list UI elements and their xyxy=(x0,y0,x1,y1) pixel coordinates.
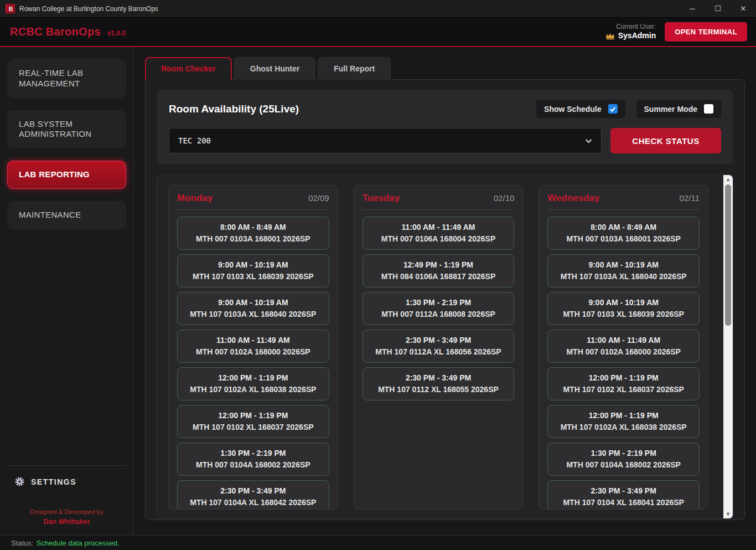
slot-course-label: MTH 007 0112A 168008 2026SP xyxy=(364,309,513,320)
slot-course-label: MTH 107 0103 XL 168039 2026SP xyxy=(179,271,328,282)
slot-time-label: 12:49 PM - 1:19 PM xyxy=(364,259,513,271)
scroll-up-icon[interactable]: ▲ xyxy=(726,175,731,184)
vertical-scrollbar[interactable]: ▲ ▼ xyxy=(723,175,733,518)
schedule-slot-card: 2:30 PM - 3:49 PMMTH 107 0104 XL 168041 … xyxy=(547,480,700,510)
slot-time-label: 11:00 AM - 11:49 AM xyxy=(549,335,698,346)
slot-course-label: MTH 007 0102A 168000 2026SP xyxy=(179,346,328,358)
status-label: Status: xyxy=(11,539,33,547)
slot-course-label: MTH 107 0103A XL 168040 2026SP xyxy=(549,271,698,282)
day-date-label: 02/09 xyxy=(308,193,329,203)
day-column: Monday02/098:00 AM - 8:49 AMMTH 007 0103… xyxy=(168,185,338,510)
schedule-slot-card: 1:30 PM - 2:19 PMMTH 007 0104A 168002 20… xyxy=(177,443,329,476)
slot-course-label: MTH 107 0104 XL 168041 2026SP xyxy=(549,497,698,508)
tab-room-checker[interactable]: Room Checker xyxy=(145,57,232,80)
credit-line1: Designed & Developed by xyxy=(11,507,123,517)
schedule-slot-card: 12:00 PM - 1:19 PMMTH 107 0102A XL 16803… xyxy=(547,405,700,438)
slot-time-label: 12:00 PM - 1:19 PM xyxy=(179,372,328,384)
slot-time-label: 9:00 AM - 10:19 AM xyxy=(549,297,698,309)
day-column: Wednesday02/118:00 AM - 8:49 AMMTH 007 0… xyxy=(538,185,708,510)
current-user: Current User: SysAdmin xyxy=(605,23,656,41)
schedule-slot-card: 11:00 AM - 11:49 AMMTH 007 0102A 168000 … xyxy=(177,330,329,363)
day-name-label: Tuesday xyxy=(363,193,400,204)
status-bar: Status: Schedule data processed. xyxy=(0,535,756,550)
minimize-icon[interactable]: ─ xyxy=(680,0,705,17)
schedule-slot-card: 2:30 PM - 3:49 PMMTH 107 0112 XL 168055 … xyxy=(363,367,515,400)
day-header: Monday02/09 xyxy=(177,193,329,210)
slot-time-label: 9:00 AM - 10:19 AM xyxy=(549,259,698,271)
day-name-label: Wednesday xyxy=(547,193,599,204)
crown-icon xyxy=(605,33,615,40)
slot-time-label: 1:30 PM - 2:19 PM xyxy=(364,297,513,309)
slot-time-label: 8:00 AM - 8:49 AM xyxy=(549,222,698,233)
room-select[interactable]: TEC 200 xyxy=(169,128,602,153)
sidebar-item-maintenance[interactable]: MAINTENANCE xyxy=(7,201,126,229)
close-icon[interactable]: ✕ xyxy=(731,0,756,17)
slot-course-label: MTH 084 0106A 168817 2026SP xyxy=(364,271,513,282)
day-date-label: 02/10 xyxy=(494,193,515,203)
room-checker-panel: Room Availability (25Live) Show Schedule xyxy=(145,79,745,520)
slot-course-label: MTH 007 0104A 168002 2026SP xyxy=(179,459,328,471)
app-logo-icon: B xyxy=(6,4,15,13)
scrollbar-thumb[interactable] xyxy=(725,184,731,326)
slot-time-label: 2:30 PM - 3:49 PM xyxy=(549,485,698,497)
day-column: Tuesday02/1011:00 AM - 11:49 AMMTH 007 0… xyxy=(354,185,524,510)
slot-course-label: MTH 007 0103A 168001 2026SP xyxy=(549,233,698,245)
chevron-down-icon xyxy=(585,138,592,143)
window-controls: ─ ☐ ✕ xyxy=(680,0,756,17)
summer-mode-toggle[interactable]: Summer Mode xyxy=(636,100,721,118)
brand: RCBC BaronOps v1.0.0 xyxy=(10,25,126,38)
schedule-slot-card: 2:30 PM - 3:49 PMMTH 107 0112A XL 168056… xyxy=(363,330,515,363)
current-user-label: Current User: xyxy=(605,23,656,31)
scroll-down-icon[interactable]: ▼ xyxy=(726,510,731,518)
show-schedule-toggle[interactable]: Show Schedule xyxy=(536,100,625,118)
slot-course-label: MTH 107 0103A XL 168040 2026SP xyxy=(179,309,328,320)
schedule-slot-card: 9:00 AM - 10:19 AMMTH 107 0103A XL 16804… xyxy=(547,254,700,287)
schedule-slot-card: 12:00 PM - 1:19 PMMTH 107 0102 XL 168037… xyxy=(177,405,329,438)
schedule-slot-card: 9:00 AM - 10:19 AMMTH 107 0103 XL 168039… xyxy=(177,254,329,287)
slot-course-label: MTH 007 0103A 168001 2026SP xyxy=(179,233,328,245)
sidebar-bottom: SETTINGS Designed & Developed by Dan Whi… xyxy=(7,465,126,535)
slot-time-label: 2:30 PM - 3:49 PM xyxy=(179,485,328,497)
day-header: Wednesday02/11 xyxy=(547,193,700,210)
day-name-label: Monday xyxy=(177,193,213,204)
status-message: Schedule data processed. xyxy=(36,539,119,547)
slot-time-label: 12:00 PM - 1:19 PM xyxy=(179,410,328,422)
tab-ghost-hunter[interactable]: Ghost Hunter xyxy=(234,57,315,80)
schedule-columns: Monday02/098:00 AM - 8:49 AMMTH 007 0103… xyxy=(168,185,708,510)
sidebar-item-lab-reporting[interactable]: LAB REPORTING xyxy=(7,161,126,189)
slot-time-label: 2:30 PM - 3:49 PM xyxy=(364,372,513,384)
slot-course-label: MTH 107 0112A XL 168056 2026SP xyxy=(364,346,513,358)
slot-course-label: MTH 007 0104A 168002 2026SP xyxy=(549,459,698,471)
main-content: Room Checker Ghost Hunter Full Report Ro… xyxy=(134,47,756,535)
schedule-slot-card: 11:00 AM - 11:49 AMMTH 007 0106A 168004 … xyxy=(363,217,515,250)
show-schedule-label: Show Schedule xyxy=(544,105,601,114)
settings-button[interactable]: SETTINGS xyxy=(11,475,123,489)
room-availability-section: Room Availability (25Live) Show Schedule xyxy=(157,90,733,165)
sidebar-item-lab-system-administration[interactable]: LAB SYSTEM ADMINISTRATION xyxy=(7,110,126,149)
slot-time-label: 1:30 PM - 2:19 PM xyxy=(549,448,698,459)
slot-time-label: 12:00 PM - 1:19 PM xyxy=(549,410,698,422)
summer-mode-label: Summer Mode xyxy=(644,105,697,114)
summer-mode-checkbox[interactable] xyxy=(704,104,713,114)
check-status-button[interactable]: CHECK STATUS xyxy=(610,128,721,153)
sidebar-item-real-time-lab-management[interactable]: REAL-TIME LAB MANAGEMENT xyxy=(7,59,126,98)
tab-full-report[interactable]: Full Report xyxy=(318,57,391,80)
gear-icon xyxy=(15,477,24,486)
show-schedule-checkbox[interactable] xyxy=(608,104,618,114)
slot-time-label: 12:00 PM - 1:19 PM xyxy=(549,372,698,384)
slot-time-label: 8:00 AM - 8:49 AM xyxy=(179,222,328,233)
schedule-slot-card: 1:30 PM - 2:19 PMMTH 007 0112A 168008 20… xyxy=(363,292,515,325)
schedule-container: Monday02/098:00 AM - 8:49 AMMTH 007 0103… xyxy=(157,174,733,519)
schedule-slot-card: 12:00 PM - 1:19 PMMTH 107 0102 XL 168037… xyxy=(547,367,700,400)
slot-time-label: 2:30 PM - 3:49 PM xyxy=(364,335,513,346)
maximize-icon[interactable]: ☐ xyxy=(705,0,731,17)
schedule-slot-card: 8:00 AM - 8:49 AMMTH 007 0103A 168001 20… xyxy=(547,217,700,250)
slot-course-label: MTH 107 0103 XL 168039 2026SP xyxy=(549,309,698,320)
schedule-slot-card: 9:00 AM - 10:19 AMMTH 107 0103 XL 168039… xyxy=(547,292,700,325)
slot-time-label: 11:00 AM - 11:49 AM xyxy=(179,335,328,346)
schedule-slot-card: 12:49 PM - 1:19 PMMTH 084 0106A 168817 2… xyxy=(363,254,515,287)
slot-course-label: MTH 107 0102 XL 168037 2026SP xyxy=(549,384,698,395)
day-header: Tuesday02/10 xyxy=(363,193,515,210)
open-terminal-button[interactable]: OPEN TERMINAL xyxy=(665,22,747,42)
schedule-slot-card: 1:30 PM - 2:19 PMMTH 007 0104A 168002 20… xyxy=(547,443,700,476)
